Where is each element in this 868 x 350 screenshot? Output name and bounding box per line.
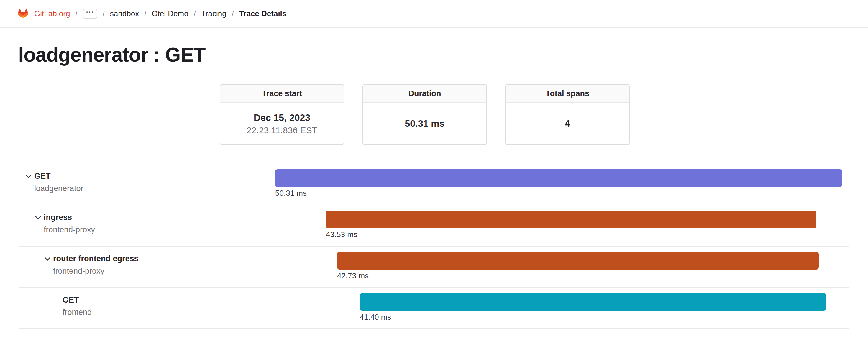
summary-card-duration: Duration 50.31 ms [363, 84, 487, 145]
span-row: router frontend egress frontend-proxy 42… [19, 247, 849, 288]
span-timeline-cell: 42.73 ms [268, 247, 849, 287]
span-service: frontend-proxy [44, 225, 268, 235]
page-title: loadgenerator : GET [18, 43, 868, 66]
card-body: 4 [506, 103, 629, 145]
span-duration-label: 50.31 ms [275, 189, 307, 198]
span-service: frontend [63, 307, 268, 317]
breadcrumb-separator: / [144, 9, 146, 18]
breadcrumb-item-tracing[interactable]: Tracing [201, 9, 226, 18]
summary-card-total-spans: Total spans 4 [505, 84, 630, 145]
summary-cards: Trace start Dec 15, 2023 22:23:11.836 ES… [0, 84, 849, 145]
timeline-track: 43.53 ms [275, 205, 842, 246]
span-row: ingress frontend-proxy 43.53 ms [19, 205, 849, 247]
trace-waterfall: GET loadgenerator 50.31 ms ingress front… [19, 164, 849, 329]
breadcrumb-separator: / [232, 9, 234, 18]
span-duration-bar[interactable] [275, 169, 842, 187]
breadcrumb-item-gitlab-org[interactable]: GitLab.org [34, 9, 70, 18]
gitlab-logo-icon[interactable] [18, 8, 28, 19]
span-service: loadgenerator [34, 183, 268, 193]
span-duration-label: 43.53 ms [326, 230, 358, 239]
card-value: Dec 15, 2023 [254, 112, 310, 123]
breadcrumb-bar: GitLab.org/···/sandbox/Otel Demo/Tracing… [0, 0, 868, 28]
card-title: Total spans [506, 85, 629, 103]
span-label-cell: router frontend egress frontend-proxy [19, 247, 268, 287]
span-label-cell: GET loadgenerator [19, 164, 268, 204]
span-duration-label: 41.40 ms [360, 313, 392, 322]
span-duration-label: 42.73 ms [337, 271, 369, 280]
timeline-track: 50.31 ms [275, 164, 842, 204]
card-value: 4 [565, 118, 570, 129]
span-operation: GET [34, 171, 268, 181]
span-service: frontend-proxy [53, 266, 268, 276]
breadcrumb-item-trace-details[interactable]: Trace Details [239, 9, 286, 18]
card-title: Trace start [220, 85, 344, 103]
span-timeline-cell: 50.31 ms [268, 164, 849, 204]
card-value: 50.31 ms [405, 118, 444, 129]
span-duration-bar[interactable] [326, 211, 816, 228]
card-secondary: 22:23:11.836 EST [247, 125, 317, 135]
span-label-cell: GET frontend [19, 288, 268, 328]
span-operation: GET [63, 295, 268, 305]
span-label-cell: ingress frontend-proxy [19, 205, 268, 246]
span-operation: router frontend egress [53, 254, 268, 264]
timeline-track: 42.73 ms [275, 247, 842, 287]
chevron-down-icon[interactable] [44, 255, 51, 263]
span-timeline-cell: 41.40 ms [268, 288, 849, 328]
breadcrumb-separator: / [194, 9, 196, 18]
card-title: Duration [363, 85, 486, 103]
summary-card-trace-start: Trace start Dec 15, 2023 22:23:11.836 ES… [220, 84, 344, 145]
span-duration-bar[interactable] [337, 252, 818, 269]
breadcrumb-item-otel-demo[interactable]: Otel Demo [152, 9, 188, 18]
span-row: GET frontend 41.40 ms [19, 288, 849, 329]
breadcrumb-ellipsis-button[interactable]: ··· [83, 8, 97, 19]
timeline-track: 41.40 ms [275, 288, 842, 328]
card-body: 50.31 ms [363, 103, 486, 145]
span-row: GET loadgenerator 50.31 ms [19, 164, 849, 205]
span-operation: ingress [44, 212, 268, 222]
breadcrumb-separator: / [103, 9, 105, 18]
breadcrumb: GitLab.org/···/sandbox/Otel Demo/Tracing… [18, 8, 286, 19]
chevron-down-icon[interactable] [25, 172, 32, 180]
span-duration-bar[interactable] [360, 293, 827, 311]
breadcrumb-separator: / [75, 9, 77, 18]
card-body: Dec 15, 2023 22:23:11.836 EST [220, 103, 344, 145]
breadcrumb-item-sandbox[interactable]: sandbox [110, 9, 139, 18]
span-timeline-cell: 43.53 ms [268, 205, 849, 246]
chevron-down-icon[interactable] [34, 214, 42, 221]
span-list: GET loadgenerator 50.31 ms ingress front… [19, 164, 849, 329]
